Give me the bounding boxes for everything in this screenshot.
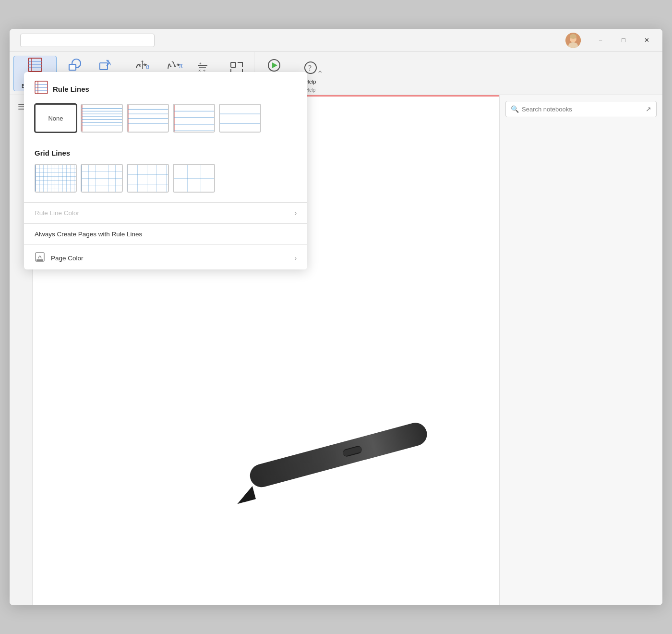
grid-lines-small-option[interactable] (35, 164, 77, 193)
svg-text:a: a (146, 63, 149, 70)
page-color-arrow: › (295, 255, 297, 262)
svg-rect-12 (100, 63, 108, 70)
grid-lines-options-row (35, 164, 297, 193)
svg-rect-46 (128, 105, 168, 132)
grid-lines-xlarge-option[interactable] (173, 164, 215, 193)
svg-rect-53 (174, 105, 214, 132)
rule-line-color-label: Rule Line Color (35, 209, 79, 217)
pen-decoration (230, 403, 470, 596)
svg-text:+: + (199, 61, 202, 66)
avatar[interactable] (565, 33, 581, 48)
search-notebooks-icon: 🔍 (511, 105, 519, 113)
dropdown-separator-2 (24, 223, 307, 224)
svg-rect-75 (36, 259, 43, 261)
svg-text:?: ? (308, 64, 312, 72)
title-bar-left (14, 34, 565, 47)
rule-lines-none-label: None (48, 115, 63, 122)
rule-lines-none-option[interactable]: None (35, 104, 77, 133)
page-color-label: Page Color (51, 255, 84, 262)
shapes-icon (68, 58, 81, 73)
page-color-icon (35, 252, 45, 265)
rule-lines-college-option[interactable] (127, 104, 169, 133)
svg-rect-21 (231, 62, 236, 67)
rule-lines-section-icon (35, 81, 48, 97)
expand-icon[interactable]: ↗ (646, 105, 651, 113)
grid-lines-medium-option[interactable] (81, 164, 123, 193)
svg-marker-28 (234, 486, 256, 504)
ribbon-collapse-button[interactable]: ⌃ (317, 56, 323, 92)
rule-lines-section: Rule Lines None (24, 72, 307, 140)
svg-rect-5 (28, 58, 42, 72)
app-window: − □ ✕ Format Background (10, 29, 662, 605)
rule-lines-options-row: None (35, 104, 297, 133)
svg-rect-66 (82, 165, 123, 193)
rule-line-color-arrow: › (295, 209, 297, 217)
minimize-button[interactable]: − (589, 33, 612, 48)
grid-lines-title: Grid Lines (35, 149, 70, 157)
title-controls: − □ ✕ (565, 33, 658, 48)
grid-lines-large-option[interactable] (127, 164, 169, 193)
ink-replay-icon (266, 59, 282, 74)
svg-rect-59 (220, 105, 260, 132)
svg-rect-69 (128, 165, 169, 193)
format-background-dropdown: Rule Lines None (24, 72, 307, 269)
always-create-pages-item[interactable]: Always Create Pages with Rule Lines (24, 226, 307, 243)
svg-rect-11 (69, 64, 76, 70)
svg-marker-24 (272, 62, 277, 68)
maximize-button[interactable]: □ (612, 33, 635, 48)
dropdown-separator-1 (24, 202, 307, 203)
svg-rect-72 (174, 165, 215, 193)
rule-line-color-item[interactable]: Rule Line Color › (24, 205, 307, 221)
svg-text:π: π (179, 61, 183, 69)
grid-lines-header: Grid Lines (35, 149, 297, 157)
right-panel: 🔍 ↗ (499, 95, 662, 605)
always-create-pages-label: Always Create Pages with Rule Lines (35, 231, 142, 238)
svg-rect-27 (247, 420, 429, 490)
svg-rect-63 (36, 165, 77, 193)
page-color-item[interactable]: Page Color › (24, 247, 307, 269)
svg-rect-30 (342, 446, 362, 457)
title-search-bar (20, 34, 155, 47)
page-color-left: Page Color (35, 252, 84, 265)
rule-lines-wide-option[interactable] (173, 104, 215, 133)
title-bar: − □ ✕ (10, 29, 662, 52)
grid-lines-section: Grid Lines (24, 140, 307, 200)
search-notebooks-container: 🔍 ↗ (505, 101, 657, 117)
rule-lines-header: Rule Lines (35, 81, 297, 97)
rule-lines-narrow-option[interactable] (81, 104, 123, 133)
close-button[interactable]: ✕ (636, 33, 658, 48)
dropdown-separator-3 (24, 244, 307, 245)
rule-lines-legal-option[interactable] (219, 104, 261, 133)
search-notebooks-input[interactable] (522, 106, 643, 113)
svg-rect-36 (82, 105, 122, 132)
rule-lines-title: Rule Lines (53, 85, 89, 93)
svg-rect-29 (342, 445, 363, 458)
